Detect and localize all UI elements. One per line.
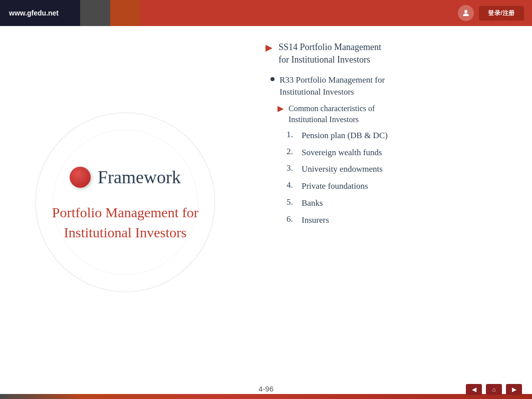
level4-text-3: University endowments: [302, 163, 383, 175]
top-bar: www.gfedu.net 登录/注册: [0, 0, 532, 26]
level3-text: Common characteristics of Institutional …: [289, 103, 375, 126]
website-logo: www.gfedu.net: [0, 0, 80, 26]
level1-item: ▶ SS14 Portfolio Management for Institut…: [265, 41, 512, 66]
outline-list: ▶ SS14 Portfolio Management for Institut…: [265, 41, 512, 231]
nav-next-button[interactable]: ▶: [506, 384, 522, 395]
top-bar-right: 登录/注册: [450, 0, 532, 26]
bottom-nav: ◀ ⌂ ▶: [466, 384, 522, 395]
level4-num-6: 6.: [287, 214, 297, 224]
segment-darkorange: [110, 0, 140, 26]
level1-text: SS14 Portfolio Management for Institutio…: [279, 41, 381, 66]
level3-text-line1: Common characteristics of: [289, 104, 375, 113]
level4-text-1: Pension plan (DB & DC): [302, 130, 388, 142]
level3-item: ▶ Common characteristics of Institutiona…: [278, 103, 512, 126]
bottom-bar: 4-96 ◀ ⌂ ▶: [0, 378, 532, 399]
level4-item-5: 5. Banks: [287, 197, 512, 209]
level4-list: 1. Pension plan (DB & DC) 2. Sovereign w…: [287, 130, 512, 226]
level1-text-line2: for Institutional Investors: [279, 55, 370, 65]
level4-text-4: Private foundations: [302, 180, 368, 192]
subtitle-line1: Portfolio Management for: [52, 203, 198, 222]
framework-header: Framework: [70, 167, 181, 188]
nav-prev-button[interactable]: ◀: [466, 384, 482, 395]
subtitle-line2: Institutional Investors: [52, 223, 198, 242]
nav-home-button[interactable]: ⌂: [486, 384, 502, 395]
page-number: 4-96: [258, 384, 274, 393]
level2-text-line2: Institutional Investors: [280, 87, 354, 97]
level4-num-5: 5.: [287, 197, 297, 207]
segment-red: [140, 0, 450, 26]
left-panel-content: Framework Portfolio Management for Insti…: [52, 167, 198, 242]
level4-text-6: Insurers: [302, 214, 329, 226]
website-text: www.gfedu.net: [9, 9, 59, 17]
level4-num-2: 2.: [287, 147, 297, 157]
color-segments: [80, 0, 450, 26]
right-panel: ▶ SS14 Portfolio Management for Institut…: [250, 26, 532, 378]
user-icon[interactable]: [458, 5, 474, 21]
level2-list: R33 Portfolio Management for Institution…: [271, 74, 512, 226]
level4-num-4: 4.: [287, 180, 297, 190]
level2-item: R33 Portfolio Management for Institution…: [271, 74, 512, 98]
level4-item-2: 2. Sovereign wealth funds: [287, 147, 512, 159]
level4-item-1: 1. Pension plan (DB & DC): [287, 130, 512, 142]
login-button[interactable]: 登录/注册: [479, 6, 524, 21]
level2-text-line1: R33 Portfolio Management for: [280, 75, 385, 85]
level4-item-4: 4. Private foundations: [287, 180, 512, 192]
bottom-gradient-bar: [0, 394, 532, 399]
level4-item-6: 6. Insurers: [287, 214, 512, 226]
level1-arrow: ▶: [265, 42, 273, 53]
svg-point-0: [464, 10, 467, 13]
framework-title: Framework: [98, 167, 181, 188]
level3-text-line2: Institutional Investors: [289, 115, 359, 124]
main-content: Framework Portfolio Management for Insti…: [0, 26, 532, 378]
level3-arrow: ▶: [278, 104, 284, 113]
level4-num-1: 1.: [287, 130, 297, 140]
level2-text: R33 Portfolio Management for Institution…: [280, 74, 385, 98]
level4-num-3: 3.: [287, 163, 297, 173]
segment-darkgray: [80, 0, 110, 26]
level4-item-3: 3. University endowments: [287, 163, 512, 175]
level4-text-2: Sovereign wealth funds: [302, 147, 382, 159]
level4-text-5: Banks: [302, 197, 323, 209]
level1-text-line1: SS14 Portfolio Management: [279, 42, 381, 52]
left-panel: Framework Portfolio Management for Insti…: [0, 26, 250, 378]
level3-list: ▶ Common characteristics of Institutiona…: [278, 103, 512, 226]
bullet-dot: [271, 77, 275, 81]
subtitle: Portfolio Management for Institutional I…: [52, 203, 198, 242]
red-circle-icon: [70, 167, 91, 188]
